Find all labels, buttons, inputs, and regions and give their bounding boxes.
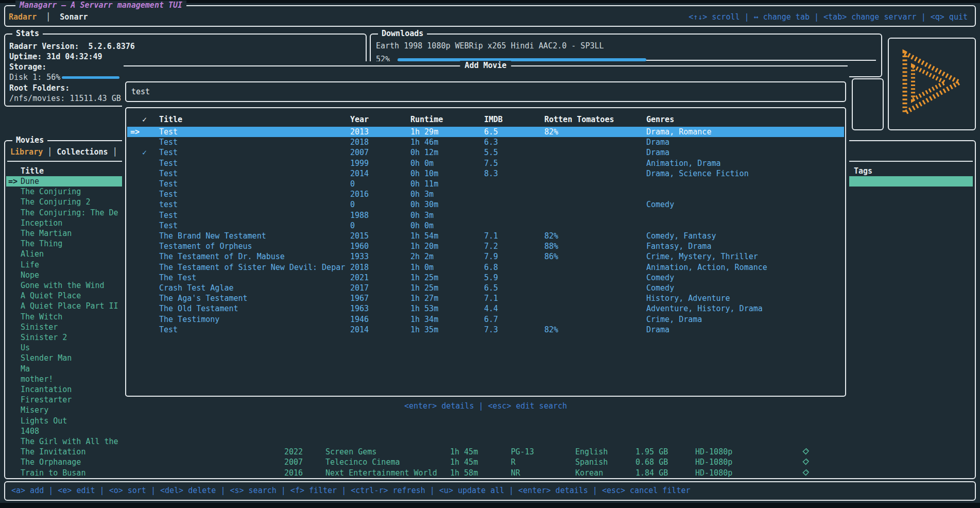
logo-panel bbox=[888, 38, 976, 130]
results-body: =>Test20131h 29m6.582%Drama, RomanceTest… bbox=[126, 108, 845, 396]
result-row[interactable]: =>Test20131h 29m6.582%Drama, Romance bbox=[127, 127, 844, 137]
result-row[interactable]: Test20181h 46m6.3Drama bbox=[127, 137, 844, 147]
search-input[interactable]: test bbox=[125, 81, 846, 102]
cell-rt: 88% bbox=[544, 241, 558, 251]
result-row[interactable]: The Aga's Testament19671h 27m7.1History,… bbox=[127, 293, 844, 303]
cell-runtime: 0h 10m bbox=[410, 168, 438, 179]
cell-genres: Comedy bbox=[646, 199, 674, 210]
cell-year: 1967 bbox=[350, 293, 369, 303]
stats-panel-title: Stats bbox=[12, 29, 43, 38]
cell-runtime: 1h 53m bbox=[410, 303, 438, 314]
cell-year: 1933 bbox=[350, 251, 369, 262]
cell-title: The Orphanage bbox=[21, 457, 81, 467]
cell-imdb: 6.3 bbox=[484, 137, 498, 147]
cell-genres: Crime, Mystery, Thriller bbox=[646, 251, 758, 262]
result-row[interactable]: ✓Test20070h 12m5.5Drama bbox=[127, 147, 844, 158]
cell-year: 2018 bbox=[350, 262, 369, 273]
cell-genres: Drama, Romance bbox=[646, 127, 711, 137]
cell-title: Incantation bbox=[21, 384, 72, 395]
cell-genres: Adventure, History, Drama bbox=[646, 303, 763, 314]
result-row[interactable]: Test19990h 0m7.5Animation, Drama bbox=[127, 158, 844, 168]
result-row[interactable]: test00h 30mComedy bbox=[127, 199, 844, 210]
tab-collections[interactable]: Collections bbox=[57, 147, 108, 157]
cell-title: The Old Testament bbox=[159, 303, 238, 314]
cell-year: 2017 bbox=[350, 283, 369, 293]
cell-imdb: 6.7 bbox=[484, 314, 498, 325]
cell-title: Test bbox=[159, 221, 178, 231]
result-row[interactable]: Test19880h 3m bbox=[127, 210, 844, 221]
movie-row[interactable]: The Orphanage2007Telecinco Cinema1h 45mR… bbox=[6, 457, 973, 467]
side-panel bbox=[852, 78, 884, 130]
tab-separator: │ bbox=[37, 12, 60, 22]
uptime: Uptime: 31d 04:32:49 bbox=[9, 52, 102, 62]
cell-lang: Korean bbox=[575, 468, 603, 478]
result-row[interactable]: The Testament of Sister New Devil: Depar… bbox=[127, 262, 844, 273]
cell-title: The Conjuring: The De bbox=[21, 208, 118, 218]
cell-genres: Animation, Drama bbox=[646, 158, 721, 168]
tab-sonarr[interactable]: Sonarr bbox=[60, 12, 88, 22]
cell-title: Test bbox=[159, 325, 178, 335]
tab-library[interactable]: Library bbox=[10, 147, 43, 157]
result-row[interactable]: The Brand New Testament20151h 54m7.182%C… bbox=[127, 231, 844, 241]
cell-genres: Drama, Science Fiction bbox=[646, 168, 749, 179]
cell-year: 1960 bbox=[350, 241, 369, 251]
storage-label: Storage: bbox=[9, 62, 46, 72]
cell-imdb: 7.1 bbox=[484, 231, 498, 241]
tab-radarr[interactable]: Radarr bbox=[9, 12, 37, 22]
tag-icon bbox=[802, 458, 810, 468]
cell-imdb: 7.1 bbox=[484, 293, 498, 303]
cell-title: Slender Man bbox=[21, 353, 72, 363]
result-row[interactable]: Testament of Orpheus19601h 20m7.288%Fant… bbox=[127, 241, 844, 251]
cell-title: Test bbox=[159, 137, 178, 147]
result-row[interactable]: Test20140h 10m8.3Drama, Science Fiction bbox=[127, 168, 844, 179]
cell-title: The Conjuring bbox=[21, 187, 81, 197]
cell-title: Test bbox=[159, 210, 178, 221]
cell-year: 1963 bbox=[350, 303, 369, 314]
result-row[interactable]: The Test20211h 25m5.9Comedy bbox=[127, 273, 844, 283]
cell-genres: Comedy bbox=[646, 283, 674, 293]
movie-row[interactable]: Train to Busan2016Next Entertainment Wor… bbox=[6, 468, 973, 478]
cell-year: 2015 bbox=[350, 231, 369, 241]
cell-genres: Comedy, Fantasy bbox=[646, 231, 716, 241]
servarr-tabs: Radarr │ Sonarr bbox=[9, 12, 88, 22]
movie-row[interactable]: The Invitation2022Screen Gems1h 45mPG-13… bbox=[6, 447, 973, 457]
cell-year: 2007 bbox=[350, 147, 369, 158]
cell-rt: 82% bbox=[544, 231, 558, 241]
result-row[interactable]: Test20141h 35m7.382%Drama bbox=[127, 325, 844, 335]
download-item-title: Earth 1998 1080p WEBRip x265 Hindi AAC2.… bbox=[376, 41, 604, 51]
result-row[interactable]: Test00h 0m bbox=[127, 221, 844, 231]
cell-genres: History, Adventure bbox=[646, 293, 730, 303]
cell-runtime: 0h 3m bbox=[410, 189, 434, 199]
cell-runtime: 1h 0m bbox=[410, 262, 434, 273]
cell-imdb: 5.9 bbox=[484, 273, 498, 283]
cell-size: 0.68 GB bbox=[635, 457, 668, 467]
header-window: Managarr – A Servarr management TUI Rada… bbox=[4, 5, 976, 27]
cell-title: The Testament of Dr. Mabuse bbox=[159, 251, 285, 262]
cell-year: 2016 bbox=[350, 189, 369, 199]
cell-year: 2014 bbox=[350, 325, 369, 335]
cell-size: 1.84 GB bbox=[635, 468, 668, 478]
cell-title: Life bbox=[21, 260, 39, 270]
result-row[interactable]: Test20160h 3m bbox=[127, 189, 844, 199]
radarr-version: Radarr Version: 5.2.6.8376 bbox=[9, 41, 135, 52]
cell-runtime: 1h 35m bbox=[410, 325, 438, 335]
cell-year: 2021 bbox=[350, 273, 369, 283]
cell-runtime: 1h 25m bbox=[410, 273, 438, 283]
result-row[interactable]: Test00h 11m bbox=[127, 179, 844, 189]
cell-imdb: 7.5 bbox=[484, 158, 498, 168]
cell-runtime: 1h 27m bbox=[410, 293, 438, 303]
cell-quality: HD-1080p bbox=[695, 447, 732, 457]
cell-runtime: 2h 2m bbox=[410, 251, 434, 262]
result-row[interactable]: Crash Test Aglae20171h 25m6.5Comedy bbox=[127, 283, 844, 293]
cell-studio: Next Entertainment World bbox=[325, 468, 437, 478]
cell-title: Sinister bbox=[21, 322, 58, 332]
result-row[interactable]: The Testament of Dr. Mabuse19332h 2m7.98… bbox=[127, 251, 844, 262]
cell-title: The Conjuring 2 bbox=[21, 197, 90, 207]
result-row[interactable]: The Old Testament19631h 53m4.4Adventure,… bbox=[127, 303, 844, 314]
cell-runtime: 0h 3m bbox=[410, 210, 434, 221]
cell-studio: Telecinco Cinema bbox=[325, 457, 400, 467]
result-row[interactable]: The Testimony19461h 34m6.7Crime, Drama bbox=[127, 314, 844, 325]
cell-cert: NR bbox=[511, 468, 520, 478]
cell-year: 1988 bbox=[350, 210, 369, 221]
cell-title: Inception bbox=[21, 218, 62, 228]
